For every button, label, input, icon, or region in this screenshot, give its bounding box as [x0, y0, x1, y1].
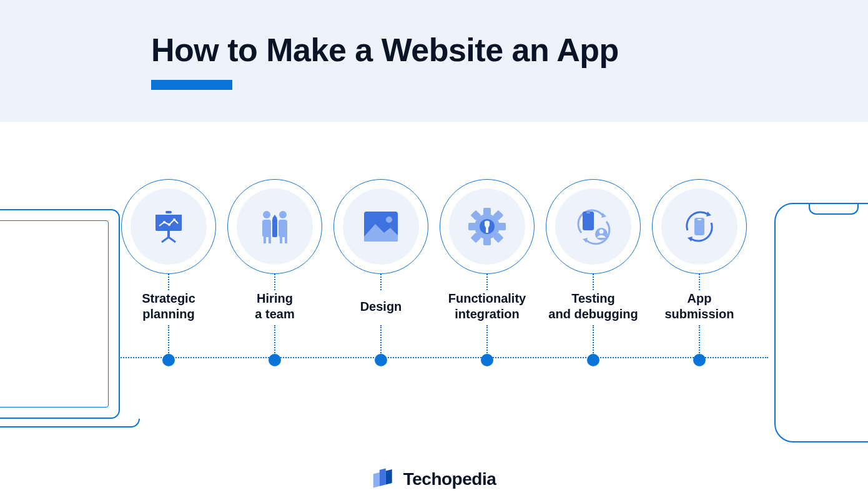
svg-rect-33: [583, 212, 594, 230]
svg-point-13: [279, 211, 287, 218]
timeline-node: [269, 354, 281, 366]
svg-line-7: [169, 237, 175, 242]
svg-rect-42: [380, 469, 386, 486]
svg-rect-10: [262, 220, 271, 237]
svg-rect-34: [586, 212, 590, 213]
step-label: Design: [333, 290, 428, 323]
svg-rect-40: [698, 219, 701, 220]
svg-point-3: [168, 223, 170, 226]
step-circle: [652, 179, 747, 274]
brand-name: Techopedia: [403, 469, 496, 489]
svg-rect-14: [279, 220, 287, 237]
step-circle: [227, 179, 322, 274]
svg-point-2: [163, 221, 165, 223]
presentation-chart-icon: [150, 208, 187, 245]
svg-point-20: [386, 217, 392, 223]
device-refresh-icon: [680, 208, 719, 245]
timeline-node: [375, 354, 387, 366]
team-icon: [255, 208, 294, 245]
svg-rect-8: [165, 211, 172, 213]
step-functionality-integration: Functionality integration: [440, 179, 535, 366]
svg-marker-18: [272, 215, 277, 218]
svg-rect-1: [155, 215, 182, 218]
timeline-node: [693, 354, 706, 366]
svg-marker-32: [583, 238, 588, 243]
svg-rect-17: [272, 218, 277, 237]
svg-rect-15: [280, 236, 282, 243]
svg-rect-12: [269, 236, 271, 243]
step-label: Strategic planning: [121, 290, 216, 323]
step-testing-debugging: Testing and debugging: [546, 179, 641, 366]
svg-marker-38: [688, 237, 693, 242]
svg-rect-5: [167, 231, 170, 237]
step-hiring-team: Hiring a team: [227, 179, 322, 366]
svg-line-6: [162, 237, 169, 242]
step-label: App submission: [652, 290, 747, 323]
step-label: Testing and debugging: [546, 290, 641, 323]
svg-rect-39: [694, 218, 704, 235]
step-label: Functionality integration: [440, 290, 535, 323]
timeline-node: [481, 354, 493, 366]
brand-footer: Techopedia: [372, 468, 496, 491]
steps-row: Strategic planning: [0, 179, 868, 366]
svg-marker-37: [706, 212, 711, 217]
timeline-node: [162, 354, 175, 366]
svg-rect-11: [264, 236, 266, 243]
image-icon: [363, 210, 399, 243]
step-label: Hiring a team: [227, 290, 322, 323]
diagram-content: Strategic planning: [0, 122, 868, 503]
svg-point-36: [599, 230, 604, 234]
svg-point-9: [263, 211, 270, 218]
svg-rect-16: [285, 236, 287, 243]
header: How to Make a Website an App: [0, 0, 868, 122]
gear-wrench-icon: [468, 207, 506, 246]
page-title: How to Make a Website an App: [151, 31, 868, 69]
timeline-line: [119, 357, 768, 358]
step-strategic-planning: Strategic planning: [121, 179, 216, 366]
step-app-submission: App submission: [652, 179, 747, 366]
step-circle: [440, 179, 535, 274]
title-underline: [151, 80, 232, 90]
svg-rect-41: [373, 472, 380, 487]
step-design: Design: [333, 179, 428, 366]
step-circle: [333, 179, 428, 274]
timeline-node: [587, 354, 599, 366]
device-user-cycle-icon: [573, 208, 614, 245]
step-circle: [546, 179, 641, 274]
techopedia-logo-icon: [372, 468, 397, 491]
svg-point-4: [173, 218, 175, 221]
svg-rect-43: [386, 469, 392, 484]
step-circle: [121, 179, 216, 274]
